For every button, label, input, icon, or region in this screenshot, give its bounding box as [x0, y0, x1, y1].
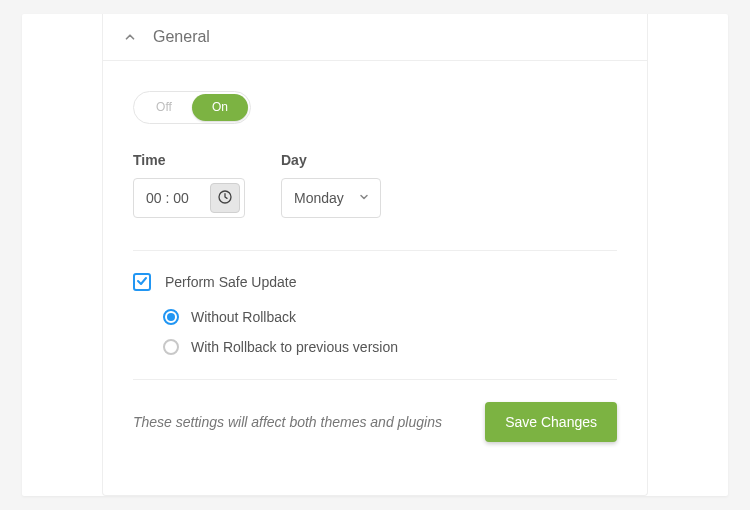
chevron-down-icon: [358, 190, 370, 206]
time-field: Time 00 : 00: [133, 152, 245, 218]
check-icon: [136, 274, 148, 290]
time-value: 00 : 00: [138, 190, 210, 206]
general-panel: General Off On Time 00 : 00: [102, 14, 648, 496]
panel-title: General: [153, 28, 210, 46]
day-select[interactable]: Monday: [281, 178, 381, 218]
chevron-up-icon: [123, 30, 137, 44]
time-label: Time: [133, 152, 245, 168]
panel-header[interactable]: General: [103, 14, 647, 61]
on-off-toggle[interactable]: Off On: [133, 91, 251, 124]
panel-body: Off On Time 00 : 00: [103, 61, 647, 495]
day-selected-value: Monday: [294, 190, 344, 206]
radio-label-without: Without Rollback: [191, 309, 296, 325]
footer-note: These settings will affect both themes a…: [133, 414, 442, 430]
day-label: Day: [281, 152, 381, 168]
safe-update-checkbox[interactable]: [133, 273, 151, 291]
rollback-radio-group: Without Rollback With Rollback to previo…: [133, 309, 617, 355]
divider: [133, 250, 617, 251]
radio-with-rollback[interactable]: With Rollback to previous version: [163, 339, 617, 355]
day-field: Day Monday: [281, 152, 381, 218]
panel-footer: These settings will affect both themes a…: [133, 380, 617, 442]
time-input[interactable]: 00 : 00: [133, 178, 245, 218]
toggle-on-option[interactable]: On: [192, 94, 248, 121]
safe-update-row[interactable]: Perform Safe Update: [133, 273, 617, 291]
radio-without-rollback[interactable]: Without Rollback: [163, 309, 617, 325]
save-changes-button[interactable]: Save Changes: [485, 402, 617, 442]
toggle-off-option[interactable]: Off: [136, 94, 192, 121]
radio-label-with: With Rollback to previous version: [191, 339, 398, 355]
clock-picker-button[interactable]: [210, 183, 240, 213]
clock-icon: [217, 189, 233, 208]
safe-update-label: Perform Safe Update: [165, 274, 297, 290]
settings-card: General Off On Time 00 : 00: [22, 14, 728, 496]
radio-input-without[interactable]: [163, 309, 179, 325]
radio-input-with[interactable]: [163, 339, 179, 355]
